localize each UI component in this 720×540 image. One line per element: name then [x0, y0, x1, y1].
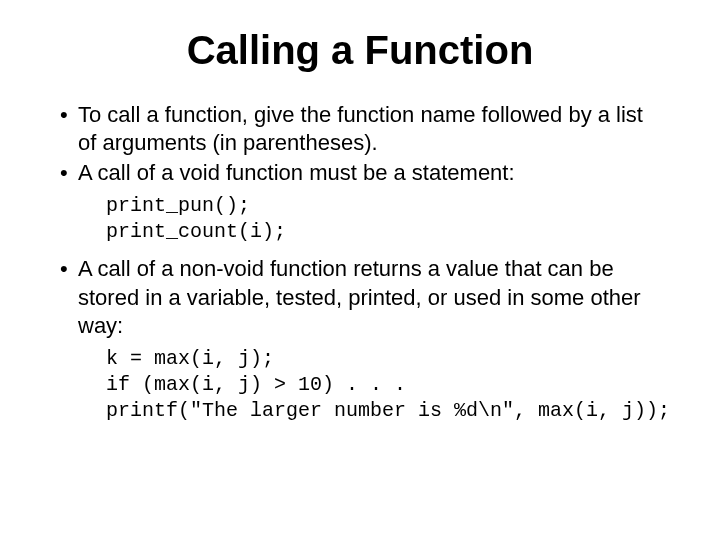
code-block: k = max(i, j); if (max(i, j) > 10) . . .…	[106, 346, 660, 424]
bullet-text: To call a function, give the function na…	[78, 101, 660, 157]
bullet-dot: •	[60, 159, 78, 187]
bullet-item: • A call of a non-void function returns …	[60, 255, 660, 339]
bullet-item: • To call a function, give the function …	[60, 101, 660, 157]
body: • To call a function, give the function …	[60, 101, 660, 424]
slide-title: Calling a Function	[60, 28, 660, 73]
bullet-item: • A call of a void function must be a st…	[60, 159, 660, 187]
bullet-dot: •	[60, 101, 78, 157]
code-block: print_pun(); print_count(i);	[106, 193, 660, 245]
slide: Calling a Function • To call a function,…	[0, 0, 720, 540]
bullet-text: A call of a void function must be a stat…	[78, 159, 660, 187]
bullet-dot: •	[60, 255, 78, 339]
bullet-text: A call of a non-void function returns a …	[78, 255, 660, 339]
